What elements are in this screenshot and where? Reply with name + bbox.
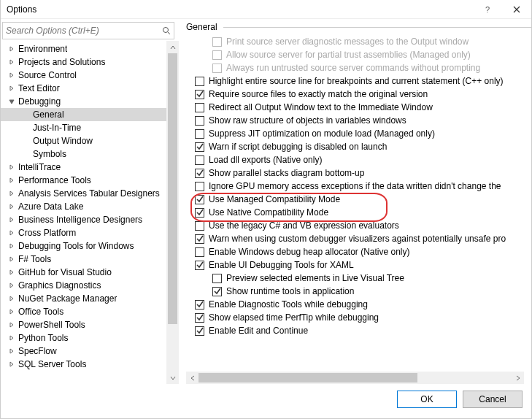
checkbox[interactable] [195,261,204,270]
option-row: Redirect all Output Window text to the I… [186,101,531,114]
ok-button[interactable]: OK [397,391,457,408]
tree-item[interactable]: SQL Server Tools [1,358,166,371]
tree-item[interactable]: SpecFlow [1,345,166,358]
tree-item[interactable]: Text Editor [1,82,166,95]
checkbox[interactable] [195,313,204,323]
expand-icon-closed[interactable] [7,46,17,52]
checkbox[interactable] [195,129,204,139]
cancel-button[interactable]: Cancel [463,391,523,408]
checkbox[interactable] [195,116,204,126]
close-button[interactable] [502,0,531,19]
checkbox[interactable] [212,287,222,296]
checkbox[interactable] [195,326,204,336]
tree-item[interactable]: Just-In-Time [1,121,166,134]
option-label: Show runtime tools in application [226,286,354,296]
expand-icon-open[interactable] [7,99,17,104]
tree-item[interactable]: Cross Platform [1,226,166,239]
option-label: Enable Edit and Continue [209,326,308,336]
checkbox[interactable] [195,103,204,112]
tree-item[interactable]: Analysis Services Tabular Designers [1,187,166,200]
options-hscrollbar[interactable] [186,372,524,384]
tree-item[interactable]: General [1,108,166,121]
checkbox[interactable] [195,155,204,165]
scroll-left-icon[interactable] [186,372,198,384]
expand-icon-closed[interactable] [7,348,17,354]
tree-item[interactable]: Performance Tools [1,174,166,187]
section-header: General [186,22,531,32]
expand-icon-closed[interactable] [7,72,17,78]
option-row: Enable Windows debug heap allocator (Nat… [186,245,531,258]
option-row: Print source server diagnostic messages … [186,35,531,48]
checkbox[interactable] [195,234,204,244]
tree-item-label: Debugging [17,96,61,107]
option-label: Enable Windows debug heap allocator (Nat… [209,247,410,257]
tree-item[interactable]: PowerShell Tools [1,318,166,331]
tree-item-label: NuGet Package Manager [17,293,117,304]
expand-icon-closed[interactable] [7,282,17,288]
expand-icon-closed[interactable] [7,243,17,249]
tree-item[interactable]: Azure Data Lake [1,200,166,213]
checkbox[interactable] [195,142,204,152]
expand-icon-closed[interactable] [7,191,17,196]
option-label: Load dll exports (Native only) [209,155,322,165]
tree-item[interactable]: IntelliTrace [1,161,166,174]
tree-item-label: Text Editor [17,83,60,93]
expand-icon-closed[interactable] [7,204,17,210]
expand-icon-closed[interactable] [7,335,17,341]
tree-item[interactable]: F# Tools [1,253,166,266]
option-row: Preview selected elements in Live Visual… [186,272,531,285]
expand-icon-closed[interactable] [7,269,17,275]
tree-item[interactable]: Environment [1,42,166,55]
search-box[interactable] [2,22,174,39]
expand-icon-closed[interactable] [7,361,17,367]
search-input[interactable] [3,24,159,37]
tree-item[interactable]: Debugging Tools for Windows [1,239,166,253]
tree-item-label: PowerShell Tools [17,320,85,330]
checkbox[interactable] [195,300,204,310]
tree-item[interactable]: Projects and Solutions [1,55,166,69]
expand-icon-closed[interactable] [7,230,17,236]
tree-item[interactable]: Source Control [1,69,166,82]
expand-icon-closed[interactable] [7,322,17,328]
tree-item[interactable]: NuGet Package Manager [1,292,166,305]
checkbox[interactable] [212,274,222,283]
expand-icon-closed[interactable] [7,164,17,170]
checkbox[interactable] [195,169,204,178]
checkbox[interactable] [195,221,204,231]
tree-item[interactable]: Symbols [1,147,166,161]
option-row: Use Native Compatibility Mode [186,206,531,219]
tree-item[interactable]: Debugging [1,95,166,108]
checkbox[interactable] [195,208,204,218]
tree-item[interactable]: Office Tools [1,305,166,318]
option-row: Require source files to exactly match th… [186,88,531,101]
tree-item[interactable]: Python Tools [1,331,166,345]
category-tree[interactable]: EnvironmentProjects and SolutionsSource … [1,41,166,384]
option-row: Show raw structure of objects in variabl… [186,114,531,127]
checkbox[interactable] [195,182,204,191]
tree-item-label: Analysis Services Tabular Designers [17,188,160,199]
window-title: Options [7,4,36,15]
tree-item-label: SpecFlow [17,346,57,356]
checkbox[interactable] [195,247,204,257]
tree-item[interactable]: GitHub for Visual Studio [1,266,166,279]
expand-icon-closed[interactable] [7,296,17,301]
scroll-right-icon[interactable] [512,372,524,384]
expand-icon-closed[interactable] [7,217,17,223]
tree-item[interactable]: Business Intelligence Designers [1,213,166,226]
tree-item-label: GitHub for Visual Studio [17,267,112,277]
checkbox[interactable] [195,77,204,86]
checkbox[interactable] [195,195,204,204]
checkbox[interactable] [195,90,204,99]
expand-icon-closed[interactable] [7,85,17,91]
expand-icon-closed[interactable] [7,309,17,315]
scroll-up-icon[interactable] [166,41,179,53]
tree-scrollbar[interactable] [166,41,179,384]
expand-icon-closed[interactable] [7,59,17,65]
help-button[interactable]: ? [473,0,502,19]
expand-icon-closed[interactable] [7,177,17,183]
tree-item[interactable]: Graphics Diagnostics [1,279,166,292]
tree-item[interactable]: Output Window [1,134,166,147]
scroll-down-icon[interactable] [166,372,179,384]
expand-icon-closed[interactable] [7,256,17,262]
option-label: Use the legacy C# and VB expression eval… [209,220,399,231]
